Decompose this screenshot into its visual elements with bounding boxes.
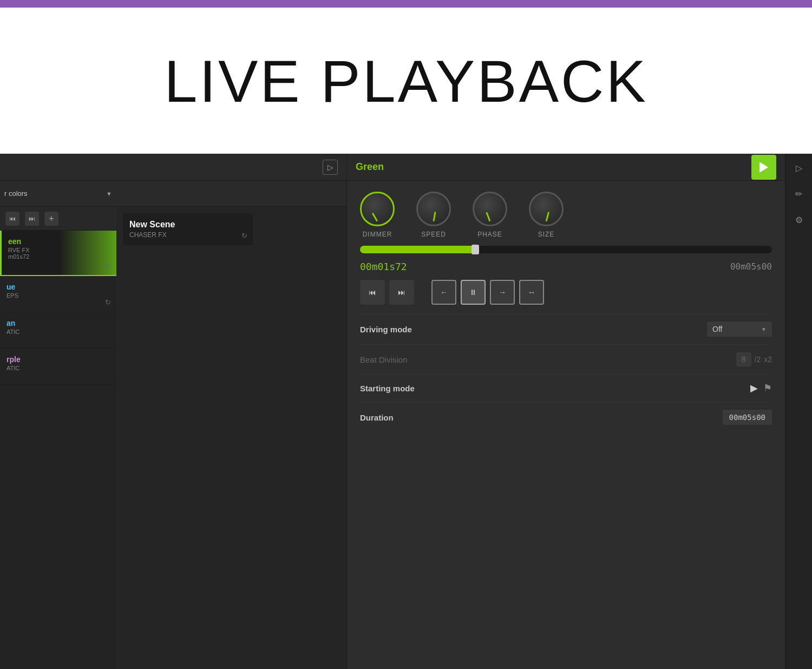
left-top-bar: ▷: [0, 154, 346, 181]
scenes-column: New Scene CHASER FX ↻: [116, 181, 346, 669]
progress-bar-track[interactable]: [360, 246, 772, 253]
page-title: LIVE PLAYBACK: [164, 47, 648, 115]
settings-gear-icon[interactable]: ⚙: [790, 211, 808, 228]
driving-mode-value: Off: [712, 325, 722, 333]
knob-size[interactable]: SIZE: [529, 192, 564, 238]
mode-icon-play[interactable]: ▶: [750, 382, 758, 394]
bounce-button[interactable]: ↔: [519, 280, 544, 305]
knob-indicator: [372, 213, 378, 222]
scene-card-title: New Scene: [129, 220, 246, 229]
dimmer-label: DIMMER: [363, 231, 392, 238]
right-header: Green: [347, 154, 785, 181]
scene-name: ue: [6, 283, 110, 291]
driving-mode-control[interactable]: Off ▼: [707, 322, 772, 337]
playlist-column: r colors ▼ ⏮ ⏭ + een RVE FX m01s72: [0, 181, 116, 669]
playlist-name: r colors: [4, 189, 103, 198]
list-item[interactable]: rple ATIC: [0, 349, 116, 385]
knob-phase[interactable]: PHASE: [473, 192, 507, 238]
progress-section: [347, 244, 785, 258]
list-item[interactable]: an ATIC: [0, 312, 116, 349]
scene-type: ATIC: [6, 365, 110, 371]
scene-type: EPS: [6, 292, 110, 299]
arrow-left-button[interactable]: ←: [431, 280, 456, 305]
starting-mode-label: Starting mode: [360, 384, 415, 393]
beat-division-label: Beat Division: [360, 355, 408, 364]
duration-row: Duration 00m05s00: [360, 402, 772, 432]
panel-toggle-side-icon[interactable]: ▷: [790, 159, 808, 176]
scenes-header: [116, 181, 346, 207]
size-label: SIZE: [538, 231, 555, 238]
driving-mode-label: Driving mode: [360, 325, 412, 334]
add-button[interactable]: +: [44, 212, 58, 226]
scene-name: rple: [6, 355, 110, 364]
scene-time: m01s72: [8, 253, 110, 260]
play-triangle-icon: [759, 162, 768, 173]
beat-value[interactable]: 8: [736, 352, 751, 366]
settings-section: Driving mode Off ▼ Beat Division 8 /2 x2…: [347, 313, 785, 669]
mode-icon-flag[interactable]: ⚑: [763, 382, 772, 394]
size-knob[interactable]: [529, 192, 564, 226]
dropdown-arrow-icon: ▼: [761, 326, 767, 332]
app-container: ▷ r colors ▼ ⏮ ⏭ +: [0, 154, 812, 669]
beat-division-controls: 8 /2 x2: [736, 352, 772, 366]
next-button[interactable]: ⏭: [25, 212, 39, 226]
panel-toggle-icon[interactable]: ▷: [323, 160, 338, 175]
scene-name: een: [8, 237, 110, 246]
scene-card[interactable]: New Scene CHASER FX ↻: [123, 213, 253, 245]
progress-thumb[interactable]: [472, 245, 479, 254]
left-panel: ▷ r colors ▼ ⏮ ⏭ +: [0, 154, 346, 669]
driving-mode-row: Driving mode Off ▼: [360, 313, 772, 344]
knob-indicator: [546, 212, 550, 221]
right-panel: Green DIMMER SPEED: [346, 154, 785, 669]
playlist-controls: ⏮ ⏭ +: [0, 207, 116, 231]
right-title: Green: [356, 161, 745, 173]
beat-multiplier: x2: [764, 355, 772, 364]
starting-mode-row: Starting mode ▶ ⚑: [360, 374, 772, 402]
knob-indicator: [486, 212, 490, 222]
knob-speed[interactable]: SPEED: [416, 192, 451, 238]
beat-divider: /2: [755, 355, 761, 364]
pause-button[interactable]: ⏸: [461, 280, 486, 305]
mode-icons: ▶ ⚑: [750, 382, 772, 394]
beat-division-row: Beat Division 8 /2 x2: [360, 344, 772, 374]
list-item[interactable]: ue EPS ↻: [0, 276, 116, 312]
refresh-icon[interactable]: ↻: [241, 232, 247, 240]
play-button[interactable]: [751, 155, 776, 180]
list-item[interactable]: een RVE FX m01s72 ↻: [0, 231, 116, 276]
current-time: 00m01s72: [360, 261, 407, 272]
refresh-icon[interactable]: ↻: [105, 298, 111, 306]
dimmer-knob[interactable]: [360, 192, 395, 226]
arrow-right-button[interactable]: →: [490, 280, 515, 305]
phase-label: PHASE: [477, 231, 502, 238]
top-bar: [0, 0, 812, 8]
edit-icon[interactable]: ✏: [790, 185, 808, 202]
refresh-icon[interactable]: ↻: [105, 261, 111, 270]
side-icons-panel: ▷ ✏ ⚙: [785, 154, 812, 669]
scene-type: ATIC: [6, 329, 110, 335]
duration-label: Duration: [360, 413, 394, 422]
transport-row: ⏮ ⏭ ← ⏸ → ↔: [347, 276, 785, 313]
speed-knob[interactable]: [416, 192, 451, 226]
scene-list: een RVE FX m01s72 ↻ ue EPS ↻ an ATIC: [0, 231, 116, 669]
skip-back-button[interactable]: ⏮: [360, 280, 385, 305]
scene-name: an: [6, 319, 110, 327]
knob-dimmer[interactable]: DIMMER: [360, 192, 395, 238]
scene-card-subtitle: CHASER FX: [129, 231, 246, 239]
duration-value[interactable]: 00m05s00: [723, 410, 772, 425]
chevron-down-icon[interactable]: ▼: [106, 191, 112, 197]
speed-label: SPEED: [421, 231, 446, 238]
progress-bar-fill: [360, 246, 475, 253]
prev-button[interactable]: ⏮: [5, 212, 19, 226]
phase-knob[interactable]: [473, 192, 507, 226]
title-section: LIVE PLAYBACK: [0, 8, 812, 154]
left-content: r colors ▼ ⏮ ⏭ + een RVE FX m01s72: [0, 181, 346, 669]
scene-type: RVE FX: [8, 247, 110, 253]
playlist-header: r colors ▼: [0, 181, 116, 207]
time-row: 00m01s72 00m05s00: [347, 258, 785, 276]
knobs-row: DIMMER SPEED PHASE SIZE: [347, 181, 785, 244]
knob-indicator: [433, 212, 436, 221]
total-time: 00m05s00: [730, 261, 772, 272]
skip-forward-button[interactable]: ⏭: [389, 280, 414, 305]
